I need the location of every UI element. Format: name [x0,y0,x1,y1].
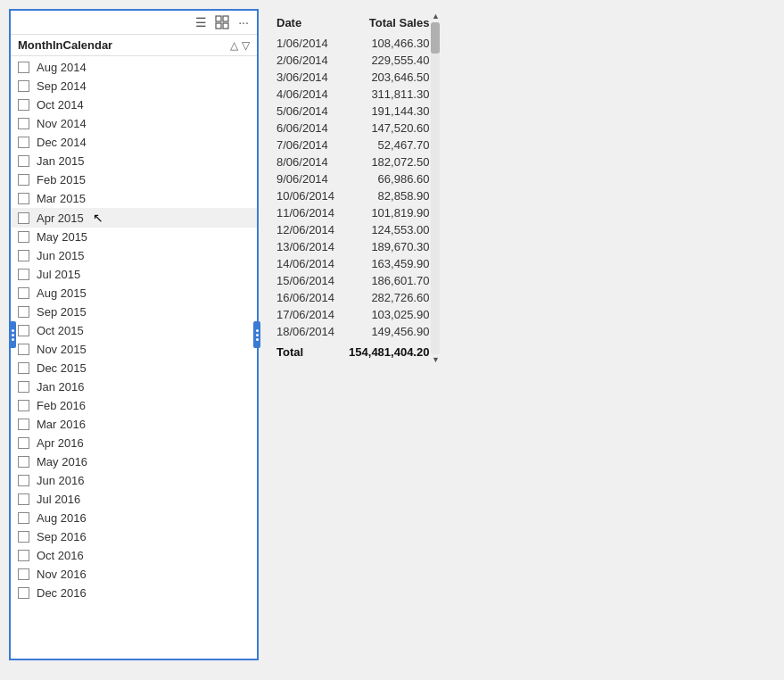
list-item[interactable]: Sep 2015 [11,303,257,321]
checkbox[interactable] [18,362,29,374]
checkbox[interactable] [18,306,29,318]
item-label: Dec 2016 [37,586,87,600]
checkbox[interactable] [18,269,29,280]
date-cell: 1/06/2014 [276,35,349,52]
list-item[interactable]: Feb 2016 [11,396,257,415]
item-label: Feb 2016 [37,399,86,412]
checkbox[interactable] [18,456,29,468]
checkbox[interactable] [18,174,29,186]
checkbox[interactable] [18,118,29,129]
date-cell: 2/06/2014 [276,52,349,69]
scroll-up-arrow[interactable]: ▲ [432,12,440,21]
checkbox[interactable] [18,381,29,393]
sales-cell: 147,520.60 [349,120,429,137]
list-item[interactable]: Jul 2016 [11,490,257,509]
list-item[interactable]: Jan 2016 [11,377,257,396]
total-label: Total [276,340,349,361]
table-row: 18/06/2014149,456.90 [276,323,429,340]
sort-descending-icon[interactable]: ▽ [242,39,250,52]
svg-rect-2 [216,23,221,29]
checkbox[interactable] [18,325,29,336]
list-item[interactable]: Aug 2016 [11,509,257,527]
list-item[interactable]: Jun 2016 [11,471,257,490]
item-label: Oct 2015 [37,324,84,337]
list-item[interactable]: Jan 2015 [11,152,257,170]
scroll-track[interactable] [431,22,440,354]
table-row: 14/06/2014163,459.90 [276,255,429,272]
list-item[interactable]: Sep 2014 [11,77,257,95]
checkbox[interactable] [18,250,29,261]
item-label: Nov 2016 [37,568,87,581]
checkbox[interactable] [18,62,29,73]
list-item[interactable]: Jun 2015 [11,246,257,265]
svg-rect-3 [223,23,228,29]
item-label: May 2016 [37,455,87,469]
list-item[interactable]: Apr 2016 [11,434,257,452]
list-item[interactable]: Nov 2016 [11,565,257,584]
checkbox[interactable] [18,437,29,449]
filter-list[interactable]: Aug 2014Sep 2014Oct 2014Nov 2014Dec 2014… [11,56,257,659]
sales-cell: 149,456.90 [349,323,429,340]
checkbox[interactable] [18,212,29,224]
panel-toolbar: ☰ ··· [11,11,257,35]
checkbox[interactable] [18,287,29,299]
sales-cell: 163,459.90 [349,255,429,272]
list-item[interactable]: Nov 2014 [11,114,257,133]
list-item[interactable]: Mar 2015 [11,189,257,208]
table-row: 10/06/201482,858.90 [276,187,429,204]
checkbox[interactable] [18,400,29,411]
item-label: Oct 2016 [37,549,84,562]
checkbox[interactable] [18,587,29,599]
list-item[interactable]: Jul 2015 [11,265,257,284]
list-item[interactable]: Dec 2016 [11,584,257,602]
list-item[interactable]: Oct 2016 [11,546,257,565]
checkbox[interactable] [18,475,29,486]
list-item[interactable]: Dec 2014 [11,133,257,152]
more-options-icon[interactable]: ··· [235,14,252,30]
checkbox[interactable] [18,512,29,524]
checkbox[interactable] [18,419,29,430]
list-item[interactable]: Mar 2016 [11,415,257,434]
scroll-down-arrow[interactable]: ▼ [432,356,440,364]
list-item[interactable]: Aug 2014 [11,58,257,77]
checkbox[interactable] [18,155,29,167]
checkbox[interactable] [18,137,29,148]
checkbox[interactable] [18,193,29,204]
list-item[interactable]: Sep 2016 [11,527,257,546]
table-view-icon[interactable] [214,14,230,30]
date-cell: 12/06/2014 [276,221,349,238]
list-item[interactable]: Oct 2015 [11,321,257,340]
table-row: 3/06/2014203,646.50 [276,69,429,86]
list-item[interactable]: Oct 2014 [11,95,257,114]
checkbox[interactable] [18,493,29,505]
hamburger-icon[interactable]: ☰ [193,14,209,30]
checkbox[interactable] [18,531,29,543]
scrollbar[interactable]: ▲ ▼ [429,12,442,364]
checkbox[interactable] [18,568,29,580]
checkbox[interactable] [18,99,29,111]
date-cell: 14/06/2014 [276,255,349,272]
table-row: 4/06/2014311,811.30 [276,86,429,103]
list-item[interactable]: Apr 2015↖ [11,208,257,228]
table-row: 11/06/2014101,819.90 [276,204,429,221]
checkbox[interactable] [18,550,29,561]
item-label: Sep 2016 [37,530,87,543]
table-header-row: Date Total Sales [276,12,429,35]
item-label: Apr 2016 [37,436,84,450]
table-row: 5/06/2014191,144.30 [276,103,429,120]
filter-panel: ☰ ··· MonthInCalendar △ ▽ Aug 2014Sep 20… [9,9,259,660]
item-label: Sep 2015 [37,305,87,319]
checkbox[interactable] [18,231,29,243]
scroll-thumb[interactable] [431,22,440,54]
checkbox[interactable] [18,344,29,355]
list-item[interactable]: May 2016 [11,452,257,471]
list-item[interactable]: May 2015 [11,228,257,246]
list-item[interactable]: Nov 2015 [11,340,257,359]
list-item[interactable]: Feb 2015 [11,170,257,189]
list-item[interactable]: Dec 2015 [11,359,257,377]
sales-cell: 203,646.50 [349,69,429,86]
list-item[interactable]: Aug 2015 [11,284,257,303]
sort-ascending-icon[interactable]: △ [230,39,238,52]
sort-icons: △ ▽ [230,39,250,52]
checkbox[interactable] [18,80,29,92]
